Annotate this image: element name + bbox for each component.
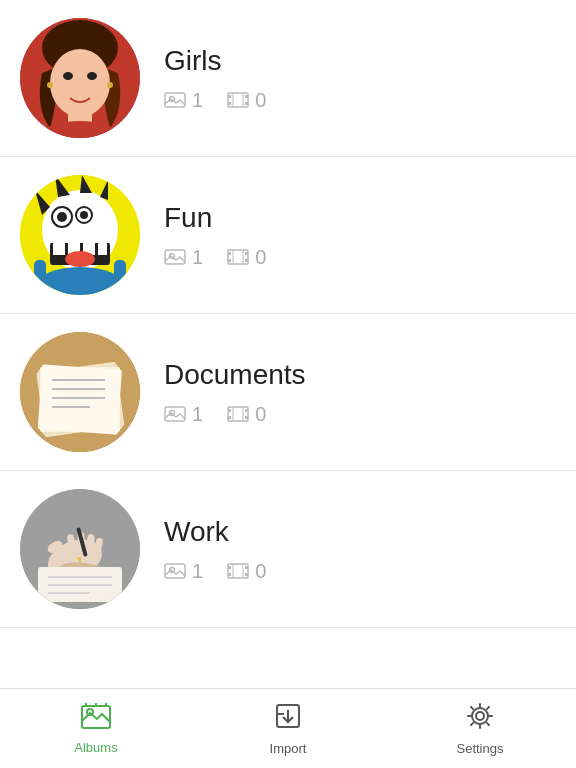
svg-rect-12 bbox=[228, 95, 231, 98]
settings-icon bbox=[466, 702, 494, 737]
photo-count-value-work: 1 bbox=[192, 560, 203, 583]
photo-count-fun: 1 bbox=[164, 246, 203, 269]
album-thumb-fun bbox=[20, 175, 140, 295]
photo-count-girls: 1 bbox=[164, 89, 203, 112]
photo-icon bbox=[164, 92, 186, 108]
svg-rect-54 bbox=[228, 409, 231, 412]
album-info-fun: Fun 1 bbox=[140, 202, 556, 269]
svg-rect-39 bbox=[245, 259, 248, 262]
svg-rect-25 bbox=[53, 243, 65, 255]
film-icon bbox=[227, 406, 249, 422]
video-count-value-documents: 0 bbox=[255, 403, 266, 426]
album-info-girls: Girls 1 bbox=[140, 45, 556, 112]
video-count-work: 0 bbox=[227, 560, 266, 583]
film-icon bbox=[227, 249, 249, 265]
svg-rect-57 bbox=[245, 416, 248, 419]
albums-icon bbox=[81, 703, 111, 736]
video-count-fun: 0 bbox=[227, 246, 266, 269]
album-info-documents: Documents 1 bbox=[140, 359, 556, 426]
svg-point-6 bbox=[87, 72, 97, 80]
photo-icon bbox=[164, 563, 186, 579]
svg-point-5 bbox=[63, 72, 73, 80]
svg-point-21 bbox=[57, 212, 67, 222]
photo-icon bbox=[164, 249, 186, 265]
album-thumb-girls bbox=[20, 18, 140, 138]
svg-rect-14 bbox=[245, 95, 248, 98]
album-thumb-documents bbox=[20, 332, 140, 452]
svg-rect-13 bbox=[228, 102, 231, 105]
svg-point-89 bbox=[476, 712, 484, 720]
album-list[interactable]: Girls 1 bbox=[0, 0, 576, 688]
album-item-work[interactable]: Work 1 bbox=[0, 471, 576, 628]
svg-point-29 bbox=[65, 251, 95, 267]
svg-point-8 bbox=[107, 82, 113, 88]
svg-point-2 bbox=[50, 49, 110, 117]
album-item-fun[interactable]: Fun 1 bbox=[0, 157, 576, 314]
album-counts-work: 1 0 bbox=[164, 560, 556, 583]
svg-point-90 bbox=[472, 708, 488, 724]
album-name-work: Work bbox=[164, 516, 556, 548]
svg-rect-79 bbox=[245, 566, 248, 569]
svg-rect-46 bbox=[38, 364, 122, 434]
svg-rect-28 bbox=[98, 243, 107, 255]
svg-rect-36 bbox=[228, 252, 231, 255]
svg-rect-15 bbox=[245, 102, 248, 105]
album-counts-girls: 1 0 bbox=[164, 89, 556, 112]
photo-count-work: 1 bbox=[164, 560, 203, 583]
tab-import[interactable]: Import bbox=[192, 689, 384, 768]
album-item-documents[interactable]: Documents 1 bbox=[0, 314, 576, 471]
tab-import-label: Import bbox=[270, 741, 307, 756]
svg-rect-56 bbox=[245, 409, 248, 412]
album-thumb-work bbox=[20, 489, 140, 609]
photo-icon bbox=[164, 406, 186, 422]
tab-settings[interactable]: Settings bbox=[384, 689, 576, 768]
album-counts-documents: 1 0 bbox=[164, 403, 556, 426]
film-icon bbox=[227, 563, 249, 579]
video-count-value-work: 0 bbox=[255, 560, 266, 583]
film-icon bbox=[227, 92, 249, 108]
import-icon bbox=[274, 702, 302, 737]
svg-rect-78 bbox=[228, 573, 231, 576]
photo-count-value-fun: 1 bbox=[192, 246, 203, 269]
album-name-girls: Girls bbox=[164, 45, 556, 77]
svg-rect-32 bbox=[114, 260, 126, 288]
video-count-value-girls: 0 bbox=[255, 89, 266, 112]
album-item-girls[interactable]: Girls 1 bbox=[0, 0, 576, 157]
album-name-fun: Fun bbox=[164, 202, 556, 234]
svg-point-7 bbox=[47, 82, 53, 88]
album-counts-fun: 1 0 bbox=[164, 246, 556, 269]
svg-rect-38 bbox=[245, 252, 248, 255]
video-count-value-fun: 0 bbox=[255, 246, 266, 269]
svg-rect-31 bbox=[34, 260, 46, 288]
album-name-documents: Documents bbox=[164, 359, 556, 391]
album-info-work: Work 1 bbox=[140, 516, 556, 583]
photo-count-value-girls: 1 bbox=[192, 89, 203, 112]
tab-bar: Albums Import Settings bbox=[0, 688, 576, 768]
video-count-documents: 0 bbox=[227, 403, 266, 426]
svg-rect-37 bbox=[228, 259, 231, 262]
svg-rect-55 bbox=[228, 416, 231, 419]
svg-rect-80 bbox=[245, 573, 248, 576]
svg-point-23 bbox=[80, 211, 88, 219]
video-count-girls: 0 bbox=[227, 89, 266, 112]
tab-settings-label: Settings bbox=[457, 741, 504, 756]
tab-albums[interactable]: Albums bbox=[0, 689, 192, 768]
tab-albums-label: Albums bbox=[74, 740, 117, 755]
photo-count-documents: 1 bbox=[164, 403, 203, 426]
photo-count-value-documents: 1 bbox=[192, 403, 203, 426]
svg-rect-77 bbox=[228, 566, 231, 569]
